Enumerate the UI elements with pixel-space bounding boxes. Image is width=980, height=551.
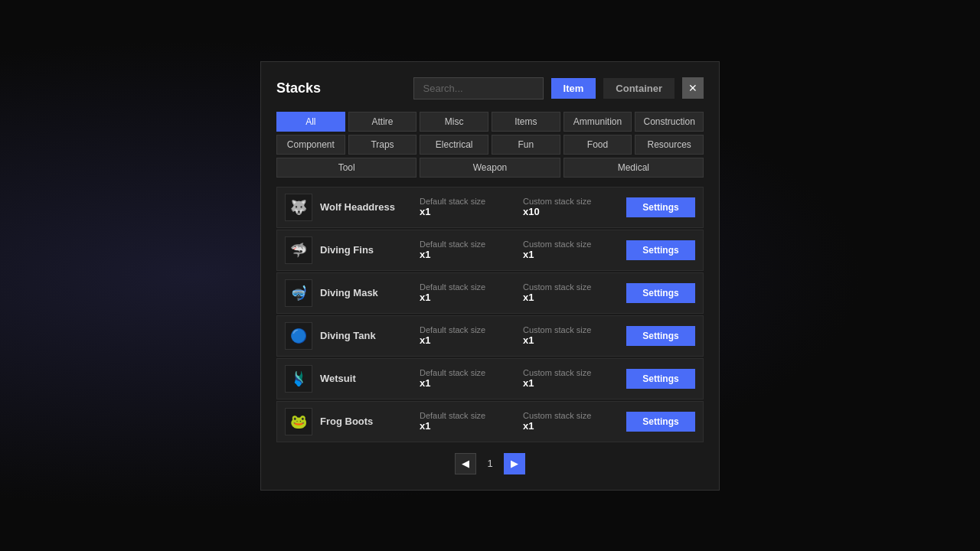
- settings-button[interactable]: Settings: [626, 369, 695, 389]
- search-input[interactable]: [413, 77, 544, 99]
- filter-btn-weapon[interactable]: Weapon: [420, 158, 560, 178]
- item-icon: 🐸: [285, 408, 312, 435]
- item-name: Diving Tank: [320, 330, 412, 341]
- filter-btn-fun[interactable]: Fun: [492, 135, 560, 155]
- custom-stack-info: Custom stack sizex1: [523, 240, 619, 260]
- item-name: Diving Mask: [320, 287, 412, 298]
- filter-btn-traps[interactable]: Traps: [348, 135, 417, 155]
- item-name: Wetsuit: [320, 373, 412, 384]
- filter-btn-medical[interactable]: Medical: [564, 158, 704, 178]
- custom-stack-info: Custom stack sizex1: [523, 411, 619, 432]
- panel-header: Stacks Item Container ✕: [276, 77, 704, 99]
- filter-btn-ammunition[interactable]: Ammunition: [564, 112, 632, 132]
- settings-button[interactable]: Settings: [626, 412, 695, 432]
- filter-btn-misc[interactable]: Misc: [420, 112, 488, 132]
- filter-btn-resources[interactable]: Resources: [635, 135, 704, 155]
- item-row: 🤿Diving MaskDefault stack sizex1Custom s…: [276, 272, 704, 314]
- item-name: Wolf Headdress: [320, 201, 412, 213]
- filter-btn-food[interactable]: Food: [564, 135, 632, 155]
- settings-button[interactable]: Settings: [626, 326, 695, 346]
- prev-page-button[interactable]: ◀: [455, 453, 476, 474]
- item-row: 🐸Frog BootsDefault stack sizex1Custom st…: [276, 401, 704, 442]
- custom-stack-info: Custom stack sizex1: [523, 325, 619, 346]
- default-stack-info: Default stack sizex1: [420, 368, 515, 389]
- item-icon: 🐺: [285, 194, 312, 221]
- filter-btn-component[interactable]: Component: [276, 135, 345, 155]
- item-toggle-btn[interactable]: Item: [551, 78, 596, 99]
- custom-stack-info: Custom stack sizex1: [523, 368, 619, 389]
- filter-btn-electrical[interactable]: Electrical: [420, 135, 488, 155]
- filter-btn-construction[interactable]: Construction: [635, 112, 704, 132]
- filter-rows: AllAttireMiscItemsAmmunitionConstruction…: [276, 112, 704, 178]
- settings-button[interactable]: Settings: [626, 240, 695, 260]
- default-stack-info: Default stack sizex1: [420, 325, 515, 346]
- item-row: 🔵Diving TankDefault stack sizex1Custom s…: [276, 315, 704, 357]
- container-toggle-btn[interactable]: Container: [603, 78, 675, 99]
- custom-stack-info: Custom stack sizex10: [523, 197, 619, 217]
- items-list: 🐺Wolf HeaddressDefault stack sizex1Custo…: [276, 187, 704, 442]
- filter-btn-attire[interactable]: Attire: [348, 112, 417, 132]
- filter-btn-tool[interactable]: Tool: [276, 158, 416, 178]
- stacks-panel: Stacks Item Container ✕ AllAttireMiscIte…: [260, 61, 720, 491]
- item-name: Diving Fins: [320, 244, 412, 256]
- default-stack-info: Default stack sizex1: [420, 197, 515, 217]
- filter-btn-all[interactable]: All: [276, 112, 345, 132]
- custom-stack-info: Custom stack sizex1: [523, 282, 619, 303]
- panel-title: Stacks: [276, 80, 406, 96]
- filter-row-1: AllAttireMiscItemsAmmunitionConstruction: [276, 112, 704, 132]
- item-name: Frog Boots: [320, 416, 412, 427]
- item-row: 🐺Wolf HeaddressDefault stack sizex1Custo…: [276, 187, 704, 228]
- item-row: 🩱WetsuitDefault stack sizex1Custom stack…: [276, 358, 704, 399]
- current-page: 1: [482, 458, 498, 469]
- item-row: 🦈Diving FinsDefault stack sizex1Custom s…: [276, 230, 704, 271]
- settings-button[interactable]: Settings: [626, 283, 695, 303]
- default-stack-info: Default stack sizex1: [420, 411, 515, 432]
- item-icon: 🔵: [285, 322, 312, 350]
- filter-btn-items[interactable]: Items: [492, 112, 560, 132]
- item-icon: 🤿: [285, 279, 312, 307]
- default-stack-info: Default stack sizex1: [420, 282, 515, 303]
- next-page-button[interactable]: ▶: [504, 453, 525, 474]
- item-icon: 🩱: [285, 365, 312, 393]
- pagination: ◀ 1 ▶: [276, 453, 704, 474]
- item-icon: 🦈: [285, 236, 312, 264]
- settings-button[interactable]: Settings: [626, 197, 695, 217]
- filter-row-3: ToolWeaponMedical: [276, 158, 704, 178]
- default-stack-info: Default stack sizex1: [420, 240, 515, 260]
- close-button[interactable]: ✕: [682, 77, 704, 99]
- filter-row-2: ComponentTrapsElectricalFunFoodResources: [276, 135, 704, 155]
